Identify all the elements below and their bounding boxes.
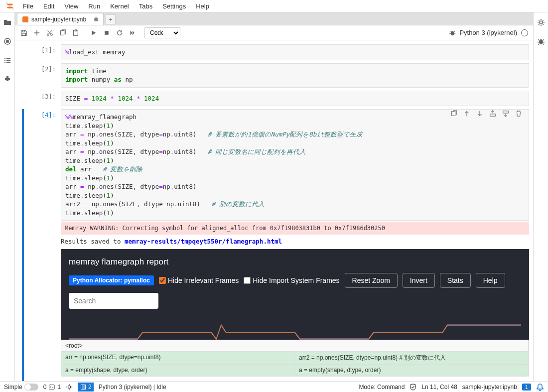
cut-button[interactable] xyxy=(44,27,56,39)
add-cell-button[interactable] xyxy=(31,27,43,39)
duplicate-icon[interactable] xyxy=(450,110,458,118)
table-row[interactable]: a = empty(shape, dtype, order) a = empty… xyxy=(61,365,529,376)
bell-icon[interactable] xyxy=(536,383,544,391)
invert-button[interactable]: Invert xyxy=(403,273,435,288)
menu-kernel[interactable]: Kernel xyxy=(105,1,134,11)
hide-import-check[interactable]: Hide Import System Frames xyxy=(244,276,339,284)
tab-title: sample-jupyter.ipynb xyxy=(31,16,86,23)
kernel-name[interactable]: Python 3 (ipykernel) xyxy=(459,29,517,36)
results-link[interactable]: memray-results/tmpqeyt550r/flamegraph.ht… xyxy=(125,238,282,245)
svg-rect-14 xyxy=(22,30,24,32)
menu-file[interactable]: File xyxy=(18,1,38,11)
menu-help[interactable]: Help xyxy=(191,1,214,11)
menu-tabs[interactable]: Tabs xyxy=(134,1,157,11)
svg-rect-25 xyxy=(503,111,509,113)
code-input[interactable]: %load_ext memray xyxy=(61,44,529,60)
copy-button[interactable] xyxy=(57,27,69,39)
cursor-position: Ln 11, Col 48 xyxy=(421,384,457,391)
hide-irrelevant-check[interactable]: Hide Irrelevant Frames xyxy=(159,276,239,284)
celltype-select[interactable]: Code xyxy=(144,27,180,38)
svg-rect-15 xyxy=(22,33,26,35)
flamegraph-search-input[interactable] xyxy=(69,293,158,309)
reset-zoom-button[interactable]: Reset Zoom xyxy=(345,273,398,288)
property-inspector-icon[interactable] xyxy=(537,18,545,26)
debug-icon[interactable] xyxy=(537,37,545,45)
menu-edit[interactable]: Edit xyxy=(38,1,59,11)
svg-point-22 xyxy=(451,31,454,35)
code-input[interactable]: SIZE = 1024 * 1024 * 1024 xyxy=(61,91,529,107)
help-button[interactable]: Help xyxy=(476,273,505,288)
kernel-status-text[interactable]: Python 3 (ipykernel) | Idle xyxy=(99,384,166,391)
flamegraph-table: <root> arr = np.ones(SIZE, dtype=np.uint… xyxy=(61,340,529,377)
paste-button[interactable] xyxy=(70,27,82,39)
toc-icon[interactable] xyxy=(3,56,11,64)
jupyter-logo xyxy=(5,1,15,11)
notification-count[interactable]: 1 xyxy=(522,384,531,391)
delete-icon[interactable] xyxy=(515,110,523,118)
kernel-status-icon[interactable] xyxy=(521,29,528,36)
svg-rect-5 xyxy=(6,40,8,42)
table-row[interactable]: arr = np.ones(SIZE, dtype=np.uint8) arr2… xyxy=(61,352,529,365)
insert-above-icon[interactable] xyxy=(489,110,497,118)
svg-point-2 xyxy=(6,2,7,3)
svg-point-0 xyxy=(7,3,13,5)
notebook-toolbar: Code Python 3 (ipykernel) xyxy=(15,25,533,40)
kernel-settings-icon[interactable] xyxy=(446,27,458,39)
tab-notebook[interactable]: sample-jupyter.ipynb xyxy=(17,13,104,25)
output-results: Results saved to memray-results/tmpqeyt5… xyxy=(61,235,529,247)
sidebar-status[interactable]: 2 xyxy=(78,383,94,392)
save-button[interactable] xyxy=(18,27,30,39)
add-tab-button[interactable]: + xyxy=(106,14,116,24)
cell-4[interactable]: [4]: %%memray_flamegraph time.sleep(1) a… xyxy=(31,109,529,381)
svg-rect-26 xyxy=(49,385,55,389)
cell-3[interactable]: [3]: SIZE = 1024 * 1024 * 1024 xyxy=(31,91,529,107)
svg-rect-24 xyxy=(490,114,496,116)
main-area: sample-jupyter.ipynb + Code Python 3 (ip… xyxy=(15,12,533,381)
svg-point-13 xyxy=(539,39,543,44)
restart-run-all-button[interactable] xyxy=(127,27,138,39)
extensions-icon[interactable] xyxy=(3,75,11,83)
stats-button[interactable]: Stats xyxy=(440,273,471,288)
menu-settings[interactable]: Settings xyxy=(157,1,191,11)
insert-below-icon[interactable] xyxy=(502,110,510,118)
menu-run[interactable]: Run xyxy=(83,1,105,11)
stop-button[interactable] xyxy=(101,27,113,39)
cell-prompt: [3]: xyxy=(31,91,61,107)
terminals-count[interactable]: 01 xyxy=(43,384,61,391)
run-button[interactable] xyxy=(88,27,100,39)
svg-rect-18 xyxy=(61,30,64,35)
svg-point-16 xyxy=(47,33,49,35)
simple-toggle[interactable]: Simple xyxy=(4,384,38,391)
svg-rect-6 xyxy=(4,58,5,59)
move-down-icon[interactable] xyxy=(476,110,484,118)
flamegraph-report: memray flamegraph report Python Allocato… xyxy=(61,249,529,340)
menu-view[interactable]: View xyxy=(59,1,83,11)
move-up-icon[interactable] xyxy=(463,110,471,118)
notebook-content[interactable]: [1]: %load_ext memray [2]: import time i… xyxy=(15,40,533,381)
running-icon[interactable] xyxy=(3,37,11,45)
svg-rect-21 xyxy=(105,31,109,35)
folder-icon[interactable] xyxy=(3,18,11,26)
output-warning: Memray WARNING: Correcting symbol for al… xyxy=(61,222,529,235)
cell-prompt: [4]: xyxy=(31,109,61,381)
table-row[interactable]: <root> xyxy=(61,340,529,352)
svg-point-1 xyxy=(7,6,13,8)
code-input[interactable]: %%memray_flamegraph time.sleep(1) arr = … xyxy=(61,109,529,221)
cell-2[interactable]: [2]: import time import numpy as np xyxy=(31,63,529,88)
trust-icon[interactable] xyxy=(410,384,416,391)
code-input[interactable]: import time import numpy as np xyxy=(61,63,529,88)
restart-button[interactable] xyxy=(114,27,126,39)
svg-point-27 xyxy=(68,386,70,388)
flamegraph-timeline[interactable] xyxy=(69,315,521,340)
notebook-icon xyxy=(22,16,28,22)
svg-rect-23 xyxy=(452,112,455,116)
svg-rect-7 xyxy=(6,58,10,59)
kernel-settings-status[interactable] xyxy=(66,384,73,391)
allocator-badge: Python Allocator: pymalloc xyxy=(69,275,154,285)
right-sidebar xyxy=(533,12,548,381)
svg-rect-11 xyxy=(6,62,10,63)
mode-status: Mode: Command xyxy=(359,384,405,391)
cell-1[interactable]: [1]: %load_ext memray xyxy=(31,44,529,60)
svg-point-17 xyxy=(51,33,53,35)
svg-rect-9 xyxy=(6,60,10,61)
